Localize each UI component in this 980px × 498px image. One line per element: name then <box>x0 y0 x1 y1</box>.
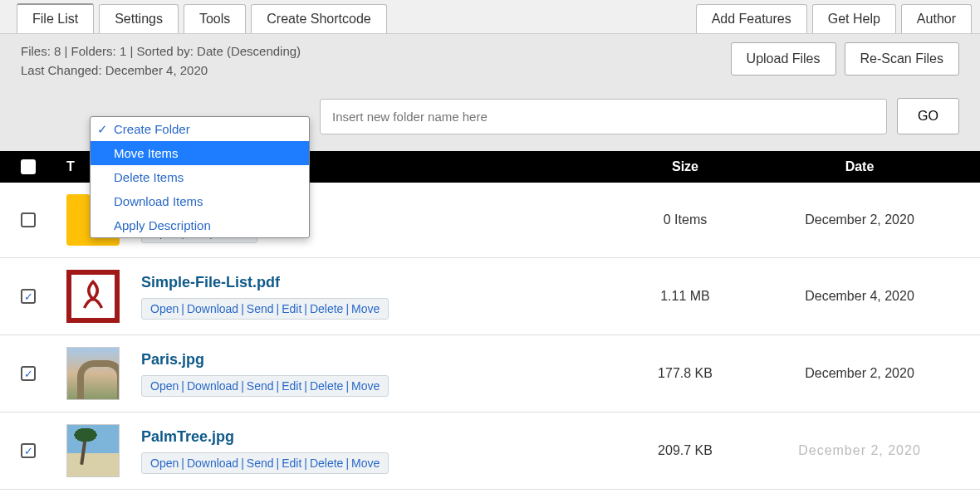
tab-author[interactable]: Author <box>901 4 972 33</box>
go-button[interactable]: GO <box>897 98 959 134</box>
action-delete[interactable]: Delete <box>310 302 343 315</box>
tab-settings[interactable]: Settings <box>99 4 179 33</box>
action-open[interactable]: Open <box>150 456 179 470</box>
tab-add-features[interactable]: Add Features <box>696 4 807 33</box>
table-row: Simple-File-List.pdfOpen|Download|Send|E… <box>0 258 980 335</box>
dropdown-option-move-items[interactable]: Move Items <box>91 141 309 165</box>
row-checkbox[interactable] <box>21 366 36 381</box>
file-actions: Open|Download|Send|Edit|Delete|Move <box>141 375 389 397</box>
action-move[interactable]: Move <box>351 379 380 393</box>
action-open[interactable]: Open <box>150 302 179 315</box>
file-date: December 2, 2020 <box>760 212 959 227</box>
table-row: Paris.jpgOpen|Download|Send|Edit|Delete|… <box>0 335 980 413</box>
action-download[interactable]: Download <box>187 456 238 470</box>
image-thumbnail[interactable] <box>66 424 120 477</box>
file-name-link[interactable]: Simple-File-List.pdf <box>141 274 610 291</box>
header-date[interactable]: Date <box>760 159 959 174</box>
tab-tools[interactable]: Tools <box>184 4 246 33</box>
action-edit[interactable]: Edit <box>282 379 301 393</box>
file-size: 1.11 MB <box>610 289 760 304</box>
file-date: December 2, 2020 <box>760 366 959 381</box>
folder-name-input[interactable] <box>320 99 887 134</box>
action-move[interactable]: Move <box>351 456 380 470</box>
action-edit[interactable]: Edit <box>282 456 301 470</box>
file-name-link[interactable]: PalmTree.jpg <box>141 428 610 446</box>
header-size[interactable]: Size <box>610 159 760 174</box>
rescan-files-button[interactable]: Re-Scan Files <box>845 42 959 76</box>
action-send[interactable]: Send <box>247 302 274 315</box>
dropdown-option-download-items[interactable]: Download Items <box>91 189 309 213</box>
action-download[interactable]: Download <box>187 379 238 393</box>
table-row: PalmTree.jpgOpen|Download|Send|Edit|Dele… <box>0 413 980 490</box>
tab-create-shortcode[interactable]: Create Shortcode <box>251 4 386 33</box>
tab-file-list[interactable]: File List <box>17 3 94 33</box>
status-line-2: Last Changed: December 4, 2020 <box>21 61 301 81</box>
file-actions: Open|Download|Send|Edit|Delete|Move <box>141 452 389 474</box>
action-open[interactable]: Open <box>150 379 179 393</box>
row-checkbox[interactable] <box>21 212 36 227</box>
file-date: December 2, 2020 <box>760 443 959 458</box>
action-row: Create FolderMove ItemsDelete ItemsDownl… <box>0 88 980 151</box>
action-edit[interactable]: Edit <box>282 302 301 315</box>
file-size: 209.7 KB <box>610 443 760 458</box>
image-thumbnail[interactable] <box>66 347 120 400</box>
dropdown-option-delete-items[interactable]: Delete Items <box>91 165 309 189</box>
action-delete[interactable]: Delete <box>310 456 343 470</box>
status-line-1: Files: 8 | Folders: 1 | Sorted by: Date … <box>21 42 301 61</box>
row-checkbox[interactable] <box>21 289 36 304</box>
row-checkbox[interactable] <box>21 443 36 458</box>
status-bar: Files: 8 | Folders: 1 | Sorted by: Date … <box>0 34 980 88</box>
select-all-checkbox[interactable] <box>21 159 36 174</box>
action-move[interactable]: Move <box>351 302 380 315</box>
file-size: 177.8 KB <box>610 366 760 381</box>
file-date: December 4, 2020 <box>760 289 959 304</box>
file-actions: Open|Download|Send|Edit|Delete|Move <box>141 298 389 320</box>
dropdown-option-apply-description[interactable]: Apply Description <box>91 213 309 237</box>
tab-get-help[interactable]: Get Help <box>812 4 896 33</box>
pdf-icon[interactable] <box>66 270 120 323</box>
file-size: 0 Items <box>610 212 760 227</box>
dropdown-option-create-folder[interactable]: Create Folder <box>91 117 309 141</box>
action-send[interactable]: Send <box>247 456 274 470</box>
action-send[interactable]: Send <box>247 379 274 393</box>
action-delete[interactable]: Delete <box>310 379 343 393</box>
top-tabs: File ListSettingsToolsCreate ShortcodeAd… <box>0 0 980 34</box>
upload-files-button[interactable]: Upload Files <box>731 42 836 76</box>
file-name-link[interactable]: Paris.jpg <box>141 351 610 369</box>
action-download[interactable]: Download <box>187 302 238 315</box>
